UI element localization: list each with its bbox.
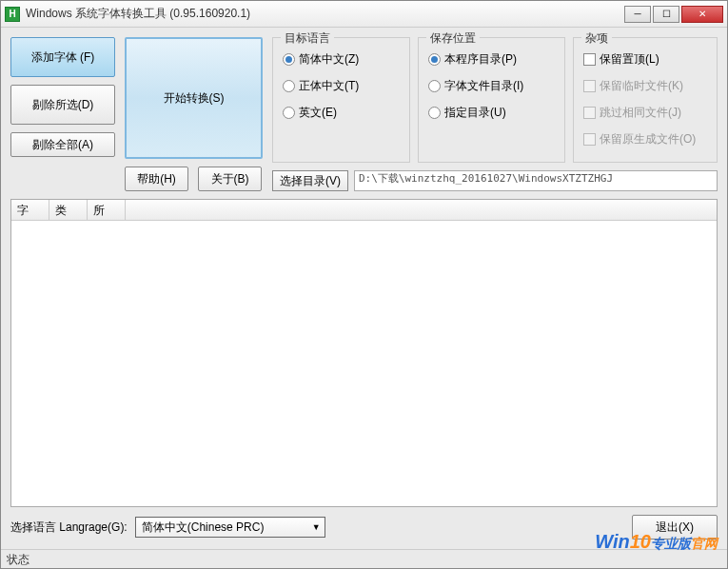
radio-traditional[interactable]: 正体中文(T) [283,72,400,99]
list-body [11,221,717,506]
window-title: Windows 系统字体转换工具 (0.95.160920.1) [26,6,622,22]
start-convert-button[interactable]: 开始转换(S) [125,37,263,159]
remove-all-button[interactable]: 剔除全部(A) [10,132,115,157]
group-save-location: 保存位置 本程序目录(P) 字体文件目录(I) 指定目录(U) [418,37,565,163]
col-type[interactable]: 类 [49,200,88,220]
radio-font-dir[interactable]: 字体文件目录(I) [428,72,555,99]
list-header: 字 类 所 [11,200,717,221]
titlebar: H Windows 系统字体转换工具 (0.95.160920.1) ─ ☐ ✕ [1,1,727,28]
font-list[interactable]: 字 类 所 [10,199,718,507]
group-title: 杂项 [581,30,612,47]
check-skip-same: 跳过相同文件(J) [583,99,707,126]
check-keep-temp: 保留临时文件(K) [583,72,707,99]
app-icon: H [5,7,20,22]
about-button[interactable]: 关于(B) [198,167,262,191]
radio-simplified[interactable]: 简体中文(Z) [283,46,400,72]
check-keep-orig: 保留原生成文件(O) [583,126,707,152]
radio-program-dir[interactable]: 本程序目录(P) [428,46,555,72]
col-font[interactable]: 字 [11,200,49,220]
language-select[interactable]: 简体中文(Chinese PRC) ▼ [135,517,325,538]
radio-specified-dir[interactable]: 指定目录(U) [428,99,555,126]
group-target-language: 目标语言 简体中文(Z) 正体中文(T) 英文(E) [272,37,410,163]
path-input[interactable]: D:\下载\winztzhq_20161027\WindowsXTZTZHGJ [354,170,718,191]
remove-selected-button[interactable]: 剔除所选(D) [10,85,115,125]
check-keep-top[interactable]: 保留置顶(L) [583,46,707,72]
radio-english[interactable]: 英文(E) [283,99,400,126]
col-location[interactable]: 所 [88,200,126,220]
group-misc: 杂项 保留置顶(L) 保留临时文件(K) 跳过相同文件(J) 保留原生成文件(O… [573,37,718,163]
status-bar: 状态 [1,549,727,568]
exit-button[interactable]: 退出(X) [632,515,718,540]
language-value: 简体中文(Chinese PRC) [142,520,265,536]
help-button[interactable]: 帮助(H) [125,167,188,191]
language-label: 选择语言 Langrage(G): [10,520,128,536]
select-dir-button[interactable]: 选择目录(V) [272,170,348,191]
add-font-button[interactable]: 添加字体 (F) [10,37,115,77]
group-title: 目标语言 [281,30,334,47]
group-title: 保存位置 [426,30,480,47]
chevron-down-icon: ▼ [312,522,321,532]
close-button[interactable]: ✕ [681,6,723,23]
maximize-button[interactable]: ☐ [653,6,679,23]
minimize-button[interactable]: ─ [624,6,651,23]
